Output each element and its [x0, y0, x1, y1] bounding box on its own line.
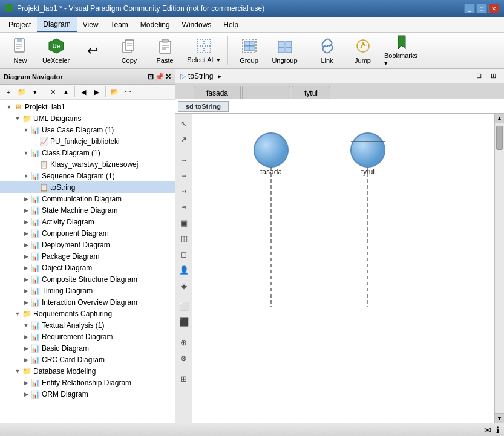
tab-empty[interactable] [242, 86, 290, 99]
nav-delete-btn[interactable]: ✕ [47, 86, 59, 98]
tree-item-activity[interactable]: ▶ 📊 Activity Diagram [0, 216, 175, 227]
lt-connector-btn[interactable]: ⇏ [177, 200, 191, 214]
maximize-button[interactable]: □ [476, 4, 487, 13]
lt-select-btn[interactable]: ↖ [177, 116, 191, 131]
tree-item-statemachine[interactable]: ▶ 📊 State Machine Diagram [0, 204, 175, 216]
nav-ctrl-close[interactable]: ✕ [165, 73, 171, 81]
nav-ctrl-pin[interactable]: 📌 [155, 73, 164, 81]
tree-item-component[interactable]: ▶ 📊 Component Diagram [0, 227, 175, 239]
tree-item-communication[interactable]: ▶ 📊 Communication Diagram [0, 193, 175, 204]
diagram-ctrl-1[interactable]: ⊡ [473, 70, 485, 82]
sub-tab-tostring[interactable]: sd toString [178, 101, 229, 112]
tree-item-pu[interactable]: 📈 PU_funkcje_biblioteki [0, 135, 175, 147]
group-button[interactable]: Group [232, 35, 266, 67]
status-email-icon[interactable]: ✉ [484, 425, 491, 435]
nav-back-btn[interactable]: ◀ [77, 86, 90, 98]
diagram-canvas[interactable]: fasada tytul [192, 114, 494, 423]
scrollbar-track[interactable] [495, 123, 504, 413]
svg-rect-27 [286, 41, 292, 47]
scrollbar-thumb[interactable] [496, 126, 503, 150]
tree-item-class[interactable]: ▼ 📊 Class Diagram (1) [0, 147, 175, 158]
tree-item-erd[interactable]: ▶ 📊 Entity Relationship Diagram [0, 377, 175, 388]
scrollbar-up-btn[interactable]: ▲ [495, 114, 504, 123]
select-all-button[interactable]: Select All ▾ [184, 35, 223, 67]
bookmarks-button[interactable]: Bookmarks ▾ [382, 35, 421, 67]
lt-shape1-btn[interactable]: ▣ [177, 215, 191, 230]
tree-item-usecase[interactable]: ▼ 📊 Use Case Diagram (1) [0, 124, 175, 135]
tree-item-timing[interactable]: ▶ 📊 Timing Diagram [0, 285, 175, 296]
minimize-button[interactable]: _ [464, 4, 475, 13]
nav-up-btn[interactable]: ▲ [60, 86, 72, 98]
menu-help[interactable]: Help [217, 17, 244, 32]
tree-label-activity: Activity Diagram [42, 218, 94, 226]
menu-view[interactable]: View [77, 17, 105, 32]
uexceler-button[interactable]: Ue UeXceler [39, 35, 73, 67]
nav-folder-btn[interactable]: 📁 [16, 86, 28, 98]
diagram-ctrl-2[interactable]: ⊞ [487, 70, 499, 82]
undo-button[interactable]: ↩ [82, 35, 103, 67]
tree-item-sequence[interactable]: ▼ 📊 Sequence Diagram (1) [0, 170, 175, 181]
menu-windows[interactable]: Windows [176, 17, 218, 32]
scrollbar-down-btn[interactable]: ▼ [495, 413, 504, 423]
menu-diagram[interactable]: Diagram [37, 17, 76, 32]
tree-label-usecase: Use Case Diagram (1) [42, 126, 114, 134]
new-button[interactable]: New [4, 35, 37, 67]
tree-item-klasy[interactable]: 📋 Klasy_warstwy_biznesowej [0, 158, 175, 170]
nav-open-btn[interactable]: 📂 [108, 86, 120, 98]
toolbar-sep-3 [227, 36, 228, 65]
nav-more-btn[interactable]: ⋯ [122, 86, 134, 98]
tree-item-package[interactable]: ▶ 📊 Package Diagram [0, 250, 175, 262]
requirements-folder-icon: 📁 [22, 309, 31, 319]
tab-tytul[interactable]: tytul [292, 86, 330, 99]
title-bar-controls[interactable]: _ □ ✕ [464, 4, 499, 13]
svg-point-31 [362, 42, 364, 45]
right-scrollbar[interactable]: ▲ ▼ [494, 114, 504, 423]
status-info-icon[interactable]: ℹ [496, 425, 499, 435]
tree-item-basic[interactable]: ▶ 📊 Basic Diagram [0, 342, 175, 354]
nav-sep-1 [44, 86, 44, 97]
tab-fasada[interactable]: fasada [194, 86, 241, 99]
ungroup-label: Ungroup [272, 57, 297, 64]
tree-item-requirements[interactable]: ▼ 📁 Requirements Capturing [0, 308, 175, 319]
copy-button[interactable]: Copy [113, 35, 146, 67]
nav-ctrl-expand[interactable]: ⊡ [148, 73, 154, 81]
lt-shape5-btn[interactable]: ⬜ [177, 299, 191, 313]
lt-shape2-btn[interactable]: ◫ [177, 231, 191, 246]
uexceler-icon: Ue [47, 37, 66, 55]
nav-dropdown-btn[interactable]: ▾ [29, 86, 41, 98]
tree-item-object[interactable]: ▶ 📊 Object Diagram [0, 262, 175, 273]
nav-add-btn[interactable]: + [2, 86, 15, 98]
lt-shape7-btn[interactable]: ⊕ [177, 335, 191, 350]
lt-shape8-btn[interactable]: ⊗ [177, 351, 191, 365]
lt-shape4-btn[interactable]: ◈ [177, 278, 191, 293]
lt-arrow-right1-btn[interactable]: → [177, 152, 191, 167]
tree-item-crc[interactable]: ▶ 📊 CRC Card Diagram [0, 354, 175, 365]
nav-forward-btn[interactable]: ▶ [91, 86, 103, 98]
menu-project[interactable]: Project [2, 17, 37, 32]
tree-item-deployment[interactable]: ▶ 📊 Deployment Diagram [0, 239, 175, 250]
lt-arrow-dash-btn[interactable]: ⇢ [177, 184, 191, 198]
ungroup-button[interactable]: Ungroup [268, 35, 301, 67]
lt-arrow-right2-btn[interactable]: ⇒ [177, 168, 191, 183]
tree-item-composite[interactable]: ▶ 📊 Composite Structure Diagram [0, 273, 175, 285]
link-button[interactable]: Link [310, 35, 344, 67]
lt-shape6-btn[interactable]: ⬛ [177, 314, 191, 329]
tree-item-database[interactable]: ▼ 📁 Database Modeling [0, 365, 175, 377]
lt-arrow-ne-btn[interactable]: ↗ [177, 132, 191, 146]
lt-shape3-btn[interactable]: ◻ [177, 247, 191, 261]
lt-grid-btn[interactable]: ⊞ [177, 371, 191, 386]
paste-button[interactable]: Paste [148, 35, 182, 67]
tree-item-tostring[interactable]: 📋 toString [0, 181, 175, 193]
tree-item-requirement[interactable]: ▶ 📊 Requirement Diagram [0, 331, 175, 342]
tree-item-interaction[interactable]: ▶ 📊 Interaction Overview Diagram [0, 296, 175, 308]
lt-person-btn[interactable]: 👤 [177, 262, 191, 277]
tree-item-orm[interactable]: ▶ 📊 ORM Diagram [0, 388, 175, 400]
tree-item-uml[interactable]: ▼ 📁 UML Diagrams [0, 112, 175, 124]
tree-arrow-orm: ▶ [22, 391, 30, 397]
tree-item-projekt[interactable]: ▼ 🖥 Projekt_lab1 [0, 101, 175, 112]
menu-modeling[interactable]: Modeling [134, 17, 176, 32]
menu-team[interactable]: Team [105, 17, 134, 32]
close-button[interactable]: ✕ [488, 4, 499, 13]
tree-item-textual[interactable]: ▼ 📊 Textual Analysis (1) [0, 319, 175, 331]
jump-button[interactable]: Jump [346, 35, 379, 67]
